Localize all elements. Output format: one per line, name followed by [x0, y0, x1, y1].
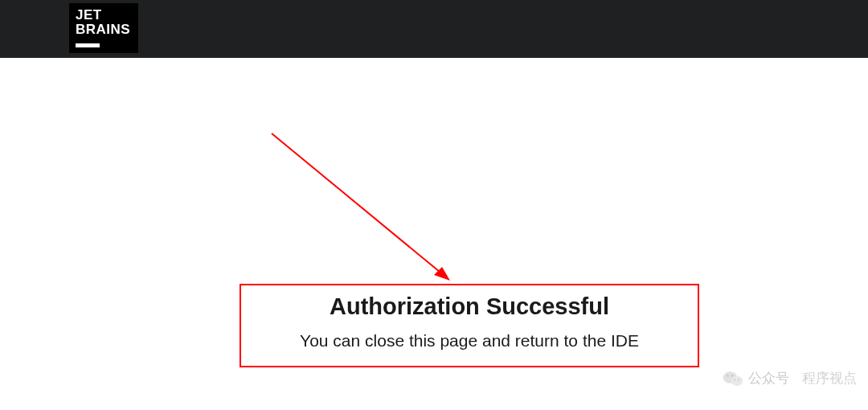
page-header: JET BRAINS: [0, 0, 868, 58]
svg-point-6: [734, 379, 735, 380]
watermark-label-1: 公众号: [748, 369, 789, 387]
annotation-arrow-icon: [264, 127, 473, 288]
watermark: 公众号 程序视点: [723, 369, 857, 387]
watermark-label-2: 程序视点: [802, 369, 857, 387]
svg-point-5: [731, 375, 733, 376]
svg-point-3: [731, 375, 743, 385]
logo-text-line1: JET: [76, 8, 132, 23]
logo-text-line2: BRAINS: [76, 23, 132, 37]
wechat-icon: [723, 370, 743, 387]
authorization-title: Authorization Successful: [241, 293, 698, 320]
jetbrains-logo: JET BRAINS: [69, 3, 138, 53]
svg-point-7: [738, 379, 739, 380]
svg-line-0: [272, 133, 444, 276]
page-content: Authorization Successful You can close t…: [0, 58, 868, 410]
svg-point-4: [727, 375, 728, 376]
logo-underline: [76, 43, 100, 47]
authorization-message-box: Authorization Successful You can close t…: [240, 284, 699, 367]
svg-marker-1: [434, 267, 450, 281]
authorization-subtitle: You can close this page and return to th…: [241, 331, 698, 351]
